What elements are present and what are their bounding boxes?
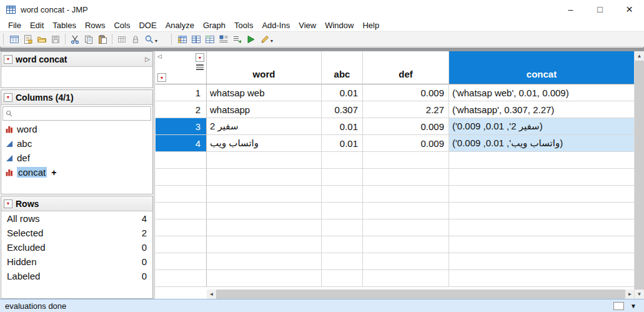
- row-number[interactable]: 2: [156, 101, 207, 118]
- split-columns-icon[interactable]: [189, 33, 203, 46]
- toolbar-grip[interactable]: [171, 34, 173, 44]
- empty-cell[interactable]: [207, 169, 322, 186]
- copy-table-icon[interactable]: [115, 33, 129, 46]
- menu-item-tables[interactable]: Tables: [48, 19, 81, 31]
- word-cell[interactable]: whatsap web: [207, 84, 322, 101]
- empty-cell[interactable]: [449, 203, 635, 219]
- column-header-word[interactable]: word: [207, 51, 322, 84]
- empty-cell[interactable]: [363, 203, 449, 219]
- row-number[interactable]: 1: [156, 84, 207, 101]
- empty-cell[interactable]: [449, 152, 635, 169]
- new-data-table-icon[interactable]: [7, 33, 21, 46]
- abc-cell[interactable]: 0.01: [322, 118, 363, 135]
- expand-arrow-icon[interactable]: ▷: [145, 56, 150, 63]
- word-cell[interactable]: واتساب ويب: [207, 135, 322, 152]
- empty-cell[interactable]: [322, 169, 363, 186]
- empty-cell[interactable]: [322, 186, 363, 203]
- empty-cell[interactable]: [363, 219, 449, 236]
- def-cell[interactable]: 2.27: [363, 101, 449, 118]
- empty-cell[interactable]: [449, 236, 635, 253]
- menu-item-view[interactable]: View: [294, 19, 320, 31]
- copy-icon[interactable]: [82, 33, 96, 46]
- column-item-concat[interactable]: concat +: [1, 165, 152, 179]
- hscroll-thumb[interactable]: [216, 289, 625, 299]
- empty-cell[interactable]: [207, 186, 322, 203]
- concat-cell[interactable]: ('whatsapp', 0.307, 2.27): [449, 101, 635, 118]
- columns-corner-red-triangle[interactable]: ▼: [196, 53, 204, 62]
- stat-selected[interactable]: Selected 2: [1, 226, 152, 240]
- recode-icon[interactable]: [230, 33, 244, 46]
- status-dropdown-icon[interactable]: ▼: [630, 303, 637, 309]
- empty-cell[interactable]: [156, 236, 207, 253]
- stat-labeled[interactable]: Labeled 0: [1, 269, 152, 283]
- row-list-icon[interactable]: [196, 64, 204, 70]
- stack-columns-icon[interactable]: [203, 33, 217, 46]
- rows-corner-red-triangle[interactable]: ▼: [157, 73, 166, 82]
- empty-cell[interactable]: [363, 253, 449, 270]
- abc-cell[interactable]: 0.307: [322, 101, 363, 118]
- menu-item-help[interactable]: Help: [358, 19, 384, 31]
- formula-dropdown-icon[interactable]: ▾: [270, 38, 273, 44]
- menu-item-file[interactable]: File: [4, 19, 26, 31]
- column-search-input[interactable]: [15, 108, 151, 119]
- column-header-abc[interactable]: abc: [322, 51, 363, 84]
- menu-item-rows[interactable]: Rows: [81, 19, 110, 31]
- abc-cell[interactable]: 0.01: [322, 135, 363, 152]
- row-number[interactable]: 4: [156, 135, 207, 152]
- empty-cell[interactable]: [322, 236, 363, 253]
- menu-item-edit[interactable]: Edit: [26, 19, 48, 31]
- minimize-button[interactable]: –: [556, 0, 585, 19]
- empty-cell[interactable]: [207, 219, 322, 236]
- status-page-icon[interactable]: [613, 302, 624, 310]
- vertical-scrollbar[interactable]: ▲ ▼: [634, 51, 643, 299]
- empty-cell[interactable]: [207, 152, 322, 169]
- empty-cell[interactable]: [363, 236, 449, 253]
- empty-cell[interactable]: [156, 270, 207, 287]
- table-red-triangle-menu[interactable]: ▼: [4, 55, 12, 64]
- concat-cell[interactable]: ('whatsap web', 0.01, 0.009): [449, 84, 635, 101]
- word-cell[interactable]: سفير 2: [207, 118, 322, 135]
- stat-excluded[interactable]: Excluded 0: [1, 240, 152, 254]
- def-cell[interactable]: 0.009: [363, 135, 449, 152]
- empty-cell[interactable]: [449, 270, 635, 287]
- menu-item-window[interactable]: Window: [320, 19, 358, 31]
- zoom-icon[interactable]: [142, 33, 156, 46]
- empty-cell[interactable]: [322, 253, 363, 270]
- empty-cell[interactable]: [449, 219, 635, 236]
- zoom-dropdown-icon[interactable]: ▾: [155, 38, 157, 44]
- empty-cell[interactable]: [156, 169, 207, 186]
- empty-cell[interactable]: [322, 152, 363, 169]
- menu-item-addins[interactable]: Add-Ins: [257, 19, 294, 31]
- empty-cell[interactable]: [156, 203, 207, 219]
- toolbar-grip[interactable]: [3, 34, 5, 44]
- menu-item-tools[interactable]: Tools: [230, 19, 257, 31]
- empty-cell[interactable]: [322, 270, 363, 287]
- empty-cell[interactable]: [207, 253, 322, 270]
- column-header-def[interactable]: def: [363, 51, 449, 84]
- column-item-abc[interactable]: abc: [1, 136, 152, 151]
- stat-all-rows[interactable]: All rows 4: [1, 211, 152, 226]
- empty-cell[interactable]: [156, 253, 207, 270]
- empty-cell[interactable]: [156, 152, 207, 169]
- scroll-left-arrow[interactable]: ◄: [207, 289, 216, 299]
- word-cell[interactable]: whatsapp: [207, 101, 322, 118]
- empty-cell[interactable]: [449, 186, 635, 203]
- save-icon[interactable]: [49, 33, 62, 46]
- stat-hidden[interactable]: Hidden 0: [1, 254, 152, 269]
- open-icon[interactable]: [35, 33, 49, 46]
- empty-cell[interactable]: [207, 236, 322, 253]
- empty-cell[interactable]: [207, 270, 322, 287]
- horizontal-scrollbar[interactable]: ◄ ►: [207, 289, 635, 299]
- abc-cell[interactable]: 0.01: [322, 84, 363, 101]
- def-cell[interactable]: 0.009: [363, 84, 449, 101]
- maximize-button[interactable]: □: [585, 0, 615, 19]
- column-header-concat[interactable]: concat: [449, 51, 635, 84]
- manage-views-icon[interactable]: [217, 33, 230, 46]
- new-journal-icon[interactable]: [21, 33, 35, 46]
- scroll-down-arrow[interactable]: ▼: [635, 289, 644, 299]
- columns-red-triangle-menu[interactable]: ▼: [4, 93, 12, 102]
- empty-cell[interactable]: [207, 203, 322, 219]
- menu-item-graph[interactable]: Graph: [199, 19, 230, 31]
- empty-cell[interactable]: [156, 186, 207, 203]
- empty-cell[interactable]: [156, 219, 207, 236]
